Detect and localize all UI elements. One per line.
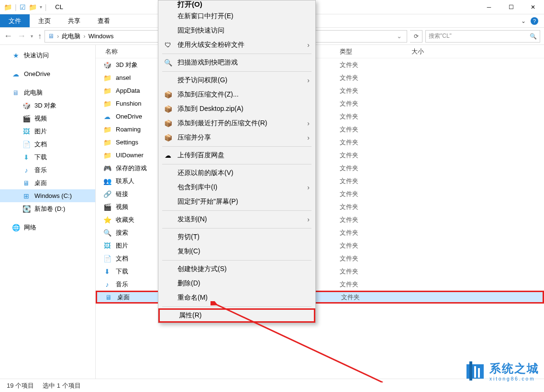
zip-icon: 📦 <box>163 105 173 113</box>
col-size[interactable]: 大小 <box>411 47 459 56</box>
file-icon: 📁 <box>102 126 112 133</box>
ribbon-tab-home[interactable]: 主页 <box>30 14 59 27</box>
menu-item[interactable]: 重命名(M) <box>158 291 315 305</box>
search-input[interactable]: 搜索"CL" 🔍 <box>425 30 540 43</box>
crumb-drive[interactable]: Windows <box>87 33 116 40</box>
pc-icon: 🖥 <box>11 89 20 97</box>
nav-item[interactable]: 🎲3D 对象 <box>0 99 95 112</box>
maximize-button[interactable]: ☐ <box>500 0 522 14</box>
watermark-title: 系统之城 <box>489 361 539 376</box>
context-menu: 打开(O)在新窗口中打开(E)固定到快速访问🛡使用火绒安全粉碎文件›🔍扫描游戏到… <box>158 0 316 323</box>
menu-separator <box>162 71 311 72</box>
ribbon-tab-share[interactable]: 共享 <box>59 14 89 27</box>
nav-item[interactable]: 🖼图片 <box>0 125 95 138</box>
menu-item[interactable]: 固定到快速访问 <box>158 23 315 38</box>
menu-item[interactable]: 固定到"开始"屏幕(P) <box>158 195 315 209</box>
pc-icon: 🖥 <box>48 33 54 40</box>
menu-label: 删除(D) <box>178 279 310 288</box>
search-placeholder: 搜索"CL" <box>429 32 452 40</box>
menu-item[interactable]: 授予访问权限(G)› <box>158 73 315 87</box>
close-button[interactable]: ✕ <box>522 0 544 14</box>
menu-item[interactable]: 📦添加到压缩文件(Z)... <box>158 87 315 102</box>
file-type: 文件夹 <box>340 125 411 134</box>
file-type: 文件夹 <box>340 229 411 237</box>
menu-item[interactable]: 📦添加到最近打开的压缩文件(R)› <box>158 116 315 131</box>
nav-item[interactable]: ⬇下载 <box>0 151 95 163</box>
file-type: 文件夹 <box>340 151 411 160</box>
menu-label: 上传到百度网盘 <box>178 151 310 160</box>
menu-label: 发送到(N) <box>178 215 302 224</box>
file-type: 文件夹 <box>340 61 411 69</box>
menu-item[interactable]: 复制(C) <box>158 244 315 259</box>
menu-item[interactable]: 打开(O) <box>158 0 315 9</box>
network-icon: 🌐 <box>11 224 20 231</box>
nav-onedrive[interactable]: ☁OneDrive <box>0 67 95 80</box>
menu-label: 授予访问权限(G) <box>178 76 302 85</box>
menu-item[interactable]: 包含到库中(I)› <box>158 180 315 195</box>
file-type: 文件夹 <box>340 112 411 121</box>
menu-label: 压缩并分享 <box>178 133 302 142</box>
checkbox-icon[interactable]: ☑ <box>20 3 26 11</box>
nav-item[interactable]: 💽新加卷 (D:) <box>0 202 95 215</box>
menu-item[interactable]: 📦添加到 Desktop.zip(A) <box>158 102 315 116</box>
cloud-icon: ☁ <box>11 70 20 78</box>
menu-item[interactable]: 属性(R) <box>158 308 315 323</box>
back-button[interactable]: ← <box>4 31 12 41</box>
ribbon-tab-file[interactable]: 文件 <box>0 14 30 27</box>
file-icon: ☁ <box>102 113 112 120</box>
menu-separator <box>162 54 311 54</box>
search-icon[interactable]: 🔍 <box>530 33 537 40</box>
menu-label: 剪切(T) <box>178 233 310 241</box>
qat-dd-icon[interactable]: ▾ <box>40 4 42 10</box>
nav-pane: ★快速访问 ☁OneDrive 🖥此电脑 🎲3D 对象🎬视频🖼图片📄文档⬇下载♪… <box>0 45 96 379</box>
nav-item[interactable]: ⊞Windows (C:) <box>0 189 95 202</box>
forward-button[interactable]: → <box>17 31 26 41</box>
documents-icon: 📄 <box>22 141 31 148</box>
ribbon-tab-view[interactable]: 查看 <box>89 14 119 27</box>
window-controls: ─ ☐ ✕ <box>478 0 544 14</box>
qat-sep2: | <box>45 3 47 11</box>
menu-item[interactable]: ☁上传到百度网盘 <box>158 148 315 163</box>
menu-label: 还原以前的版本(V) <box>178 169 310 177</box>
pictures-icon: 🖼 <box>22 128 31 135</box>
menu-item[interactable]: 还原以前的版本(V) <box>158 166 315 180</box>
menu-item[interactable]: 剪切(T) <box>158 230 315 244</box>
menu-item[interactable]: 📦压缩并分享› <box>158 131 315 145</box>
nav-item[interactable]: 📄文档 <box>0 138 95 151</box>
zip-icon: 📦 <box>163 120 173 127</box>
file-type: 文件夹 <box>341 293 413 302</box>
file-icon: 📁 <box>102 139 112 146</box>
menu-item[interactable]: 在新窗口中打开(E) <box>158 9 315 23</box>
nav-item[interactable]: 🖥桌面 <box>0 176 95 189</box>
menu-label: 打开(O) <box>178 0 310 9</box>
chevron-down-icon[interactable]: ⌄ <box>521 18 526 24</box>
refresh-button[interactable]: ⟳ <box>410 30 422 43</box>
watermark-logo-icon <box>464 359 487 382</box>
nav-network[interactable]: 🌐网络 <box>0 221 95 234</box>
nav-item[interactable]: ♪音乐 <box>0 163 95 176</box>
menu-item[interactable]: 发送到(N)› <box>158 212 315 227</box>
menu-item[interactable]: 删除(D) <box>158 276 315 291</box>
file-icon: 📁 <box>102 74 112 82</box>
file-icon: 📄 <box>102 255 112 262</box>
crumb-pc[interactable]: 此电脑 <box>60 32 82 41</box>
addr-dd-icon[interactable]: ⌄ <box>395 33 404 40</box>
minimize-button[interactable]: ─ <box>478 0 500 14</box>
menu-item[interactable]: 创建快捷方式(S) <box>158 262 315 276</box>
nav-this-pc[interactable]: 🖥此电脑 <box>0 86 95 99</box>
nav-item[interactable]: 🎬视频 <box>0 112 95 125</box>
file-type: 文件夹 <box>340 190 411 198</box>
help-icon[interactable]: ? <box>531 17 538 25</box>
chevron-right-icon: › <box>307 120 310 127</box>
nav-quick-access[interactable]: ★快速访问 <box>0 49 95 62</box>
file-type: 文件夹 <box>340 254 411 263</box>
up-button[interactable]: ↑ <box>38 32 42 41</box>
history-dd[interactable]: ▾ <box>31 33 33 39</box>
menu-item[interactable]: 🔍扫描游戏到快吧游戏 <box>158 55 315 70</box>
file-type: 文件夹 <box>340 164 411 173</box>
file-type: 文件夹 <box>340 138 411 147</box>
col-type[interactable]: 类型 <box>340 47 411 56</box>
qat: 📁 | ☑ 📁 ▾ | <box>0 3 50 11</box>
file-type: 文件夹 <box>340 241 411 250</box>
menu-item[interactable]: 🛡使用火绒安全粉碎文件› <box>158 38 315 52</box>
